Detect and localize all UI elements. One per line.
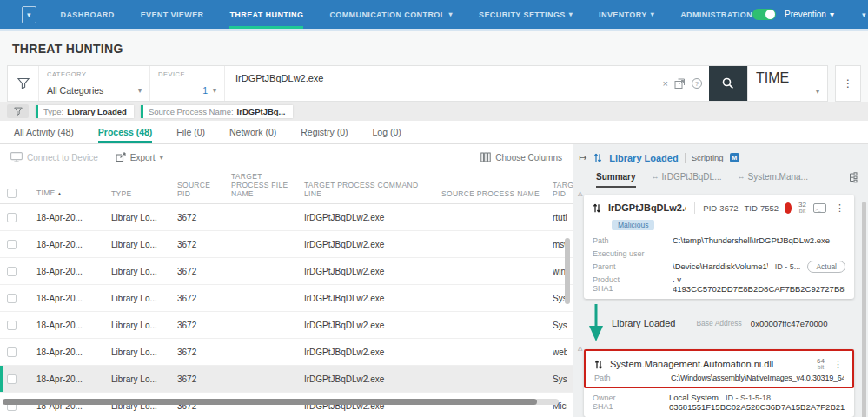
search-query-input[interactable] — [225, 66, 659, 101]
filter-funnel-button[interactable] — [8, 66, 39, 101]
connect-to-device-button[interactable]: Connect to Device — [10, 152, 98, 162]
row-checkbox[interactable] — [7, 321, 17, 330]
time-label: TIME — [756, 70, 819, 86]
row-checkbox[interactable] — [7, 348, 17, 357]
nav-item-administration[interactable]: ADMINISTRATION — [680, 0, 752, 29]
table-row[interactable]: 18-Apr-20...Library Lo... 3672 IrDGPtJBq… — [0, 285, 573, 312]
column-header-source-name[interactable]: SOURCE PROCESS NAME — [441, 189, 546, 198]
select-all-checkbox[interactable] — [7, 189, 17, 198]
device-dropdown[interactable]: DEVICE 1▾ — [150, 66, 225, 101]
table-row[interactable]: 18-Apr-20...Library Lo... 3672 IrDGPtJBq… — [0, 258, 573, 285]
event-title: Library Loaded — [612, 318, 675, 328]
table-row-selected[interactable]: 18-Apr-20...Library Lo... 3672 IrDGPtJBq… — [0, 366, 573, 393]
panel-tab-process[interactable]: ↔IrDGPtJBqDL... — [652, 167, 722, 188]
category-label: CATEGORY — [47, 70, 142, 78]
mode-selector[interactable]: Prevention ▾ — [785, 10, 834, 19]
table-vertical-scrollbar[interactable] — [565, 238, 570, 304]
table-horizontal-scrollbar-thumb[interactable] — [3, 399, 537, 405]
filter-chip-type[interactable]: Type:Library Loaded — [36, 105, 134, 118]
tab-log[interactable]: Log (0) — [373, 121, 401, 143]
export-button[interactable]: Export ▾ — [116, 152, 163, 162]
nav-item-threat-hunting[interactable]: THREAT HUNTING — [229, 0, 303, 29]
console-icon[interactable]: >_ — [813, 203, 826, 213]
column-header-type[interactable]: TYPE — [111, 189, 170, 198]
tab-process[interactable]: Process (48) — [98, 121, 152, 143]
org-select[interactable]: ▾ — [22, 6, 36, 23]
choose-columns-button[interactable]: Choose Columns — [480, 152, 562, 162]
title-bar: THREAT HUNTING — [0, 31, 868, 63]
base-address-value: 0x00007ffc47e70000 — [751, 319, 828, 328]
filter-more-options-button[interactable]: ⋮ — [835, 65, 861, 102]
process-name: IrDGPtJBqDLw2.exe — [608, 202, 686, 213]
table-row[interactable]: 18-Apr-20...Library Lo... 3672 IrDGPtJBq… — [0, 339, 573, 366]
row-checkbox[interactable] — [7, 267, 17, 276]
user-menu-chevron-icon[interactable]: ▾ — [862, 10, 866, 19]
result-tabs: All Activity (48) Process (48) File (0) … — [0, 121, 868, 144]
row-checkbox[interactable] — [7, 374, 17, 384]
malicious-indicator-icon — [785, 202, 792, 214]
prevention-toggle[interactable] — [752, 9, 776, 20]
panel-tab-library[interactable]: ↔System.Mana... — [737, 167, 807, 188]
actual-parent-button[interactable]: Actual — [807, 261, 845, 273]
filters-collapse-button[interactable] — [7, 104, 29, 118]
arch-64bit-label: 64bit — [817, 358, 825, 370]
search-button[interactable] — [709, 66, 747, 101]
tab-network[interactable]: Network (0) — [229, 121, 276, 143]
divider — [694, 202, 695, 214]
tab-all-activity[interactable]: All Activity (48) — [14, 121, 74, 143]
table-row[interactable]: 18-Apr-20...Library Lo... 3672 IrDGPtJBq… — [0, 393, 573, 417]
nav-item-security-settings[interactable]: SECURITY SETTINGS▾ — [479, 0, 573, 29]
detail-panel-header: ↦ Library Loaded Scripting M — [573, 144, 868, 167]
tab-registry[interactable]: Registry (0) — [301, 121, 348, 143]
open-in-new-query-icon[interactable] — [674, 78, 686, 89]
row-checkbox[interactable] — [7, 294, 17, 303]
highlighted-region: System.Management.Automation.ni.dll 64bi… — [584, 349, 854, 388]
process-icon — [592, 202, 602, 214]
nav-menu: DASHBOARD EVENT VIEWER THREAT HUNTING CO… — [61, 0, 753, 29]
column-header-source-pid[interactable]: SOURCE PID — [177, 181, 224, 198]
collapse-card-icon[interactable]: △ — [578, 345, 582, 352]
card-menu-kebab-icon[interactable]: ⋮ — [832, 359, 845, 370]
column-header-time[interactable]: TIME▲ — [36, 189, 104, 198]
column-header-command-line[interactable]: TARGET PROCESS COMMAND LINE — [304, 181, 434, 198]
column-header-target-file[interactable]: TARGET PROCESS FILE NAME — [231, 172, 297, 198]
column-header-target-pid[interactable]: TARGET PID — [553, 181, 573, 198]
field-library-path: Path C:\Windows\assembly\NativeImages_v4… — [586, 372, 852, 387]
process-pid: PID-3672 — [703, 203, 738, 213]
nav-item-dashboard[interactable]: DASHBOARD — [61, 0, 115, 29]
collapse-card-icon[interactable]: △ — [578, 190, 582, 197]
chevron-down-icon: ▾ — [27, 10, 31, 19]
toggle-knob — [765, 10, 775, 19]
category-dropdown[interactable]: CATEGORY All Categories▾ — [39, 66, 150, 101]
table-horizontal-scrollbar-track[interactable] — [3, 399, 559, 405]
card-menu-kebab-icon[interactable]: ⋮ — [833, 202, 846, 214]
export-icon — [116, 152, 126, 162]
clear-search-icon[interactable]: × — [663, 79, 668, 89]
table-row[interactable]: 18-Apr-20...Library Lo... 3672 IrDGPtJBq… — [0, 312, 573, 339]
tab-file[interactable]: File (0) — [176, 121, 205, 143]
process-tree-icon[interactable] — [848, 167, 859, 188]
time-dropdown[interactable]: TIME ▾ — [748, 65, 828, 102]
page-title: THREAT HUNTING — [12, 42, 856, 56]
help-icon[interactable]: ? — [692, 78, 702, 89]
process-detail-card: △ IrDGPtJBqDLw2.exe PID-3672 TID-7552 32… — [584, 195, 854, 299]
results-pane: Connect to Device Export ▾ Choose Column… — [0, 144, 573, 417]
field-parent: Parent \Device\HarddiskVolume1\Windows\e… — [584, 260, 854, 273]
panel-tab-summary[interactable]: Summary — [596, 167, 636, 188]
nav-item-communication-control[interactable]: COMMUNICATION CONTROL▾ — [329, 0, 453, 29]
table-row[interactable]: 18-Apr-20...Library Lo... 3672 IrDGPtJBq… — [0, 231, 573, 258]
row-checkbox[interactable] — [7, 213, 17, 222]
filter-bar: CATEGORY All Categories▾ DEVICE 1▾ × ? — [7, 65, 748, 102]
top-nav: ▾ DASHBOARD EVENT VIEWER THREAT HUNTING … — [0, 0, 868, 29]
panel-vertical-scrollbar[interactable] — [862, 202, 866, 417]
filter-chip-source-process[interactable]: Source Process Name:IrDGPtJBq... — [141, 105, 293, 118]
nav-item-inventory[interactable]: INVENTORY▾ — [599, 0, 654, 29]
nav-item-event-viewer[interactable]: EVENT VIEWER — [141, 0, 204, 29]
chevron-down-icon: ▾ — [160, 154, 163, 162]
expand-panel-icon[interactable]: ↦ — [579, 152, 586, 163]
row-checkbox[interactable] — [7, 240, 17, 249]
table-row[interactable]: 18-Apr-20...Library Lo... 3672 IrDGPtJBq… — [0, 204, 573, 231]
event-arrow-down-icon — [589, 304, 603, 342]
library-card-header: System.Management.Automation.ni.dll 64bi… — [586, 351, 852, 372]
divider — [685, 153, 686, 163]
